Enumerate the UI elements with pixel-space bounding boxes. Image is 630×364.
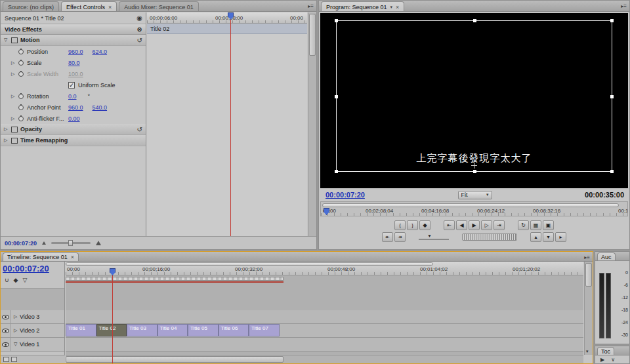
effect-header-motion[interactable]: ▽Motion↺ — [1, 35, 146, 46]
set-marker-button[interactable]: ◆ — [419, 220, 430, 230]
param-value[interactable]: 100.0 — [68, 71, 83, 77]
track-header-video-1[interactable]: ▽Video 1 — [1, 338, 64, 352]
step-forward-button[interactable]: ▷ — [481, 220, 492, 230]
resize-handle[interactable] — [335, 95, 338, 98]
lift-button[interactable]: ▴ — [530, 232, 541, 242]
set-marker-icon[interactable]: ▽ — [23, 277, 28, 283]
track-video-2[interactable]: Title 01Title 02Title 03Title 04Title 05… — [66, 324, 583, 338]
reset-icon[interactable]: ↺ — [137, 37, 142, 44]
clip-title-01[interactable]: Title 01 — [66, 324, 96, 336]
param-value[interactable]: 0.00 — [68, 115, 80, 122]
stopwatch-icon[interactable] — [18, 94, 24, 99]
resize-handle[interactable] — [610, 19, 614, 22]
shuttle-slider[interactable]: ▼ — [419, 233, 449, 241]
close-icon[interactable]: × — [396, 5, 399, 10]
export-frame-button[interactable]: ▸ — [555, 232, 566, 242]
output-settings-button[interactable]: ▣ — [543, 220, 554, 230]
param-value[interactable]: 0.0 — [68, 93, 77, 100]
timeline-horizontal-scrollbar[interactable] — [66, 355, 583, 363]
scrollbar-thumb[interactable] — [309, 14, 316, 56]
resize-handle[interactable] — [473, 19, 476, 22]
param-value[interactable]: 80.0 — [68, 60, 80, 66]
go-to-out-button[interactable]: ⇥ — [494, 220, 505, 230]
jog-wheel[interactable] — [462, 233, 517, 241]
twirl-icon[interactable]: ▷ — [11, 94, 18, 99]
stopwatch-icon[interactable] — [18, 105, 24, 110]
zoom-slider-thumb[interactable] — [68, 240, 73, 246]
set-display-style-icon[interactable] — [3, 357, 9, 362]
resize-handle[interactable] — [610, 170, 614, 173]
param-value[interactable]: 540.0 — [93, 104, 108, 111]
program-video-area[interactable]: 上完字幕後發現字太大了 — [320, 13, 628, 188]
clip-title-04[interactable]: Title 04 — [158, 324, 188, 336]
mini-timeline-ruler[interactable]: 00;00;06;0000;00;08;0000;00 — [147, 12, 307, 24]
zoom-out-icon[interactable] — [42, 241, 46, 245]
more-tools-icon[interactable]: ∨ — [611, 357, 615, 363]
twirl-icon[interactable]: ▷ — [4, 127, 11, 132]
effect-controls-scrollbar[interactable] — [308, 12, 316, 236]
zoom-slider[interactable] — [51, 242, 91, 244]
current-time-indicator[interactable] — [230, 12, 231, 236]
twirl-icon[interactable]: ▷ — [11, 60, 18, 66]
go-to-next-edit-button[interactable]: ↠ — [394, 232, 406, 242]
twirl-icon[interactable]: ▷ — [14, 314, 20, 319]
twirl-icon[interactable]: ▷ — [14, 328, 20, 333]
resize-handle[interactable] — [335, 19, 338, 22]
clip-title-05[interactable]: Title 05 — [188, 324, 219, 336]
resize-handle[interactable] — [473, 170, 476, 173]
clear-effects-icon[interactable]: ⊗ — [137, 26, 142, 33]
clip-title-02[interactable]: Title 02 — [96, 324, 127, 336]
scrollbar-thumb[interactable] — [66, 356, 284, 363]
toggle-track-output[interactable] — [1, 310, 11, 323]
twirl-icon[interactable]: ▽ — [14, 342, 20, 347]
effect-header-opacity[interactable]: ▷Opacity↺ — [1, 124, 146, 135]
current-time-display[interactable]: 00:00:07:20 — [5, 240, 37, 247]
panel-menu-icon[interactable]: ▸≡ — [621, 3, 627, 9]
stopwatch-icon[interactable] — [18, 71, 24, 77]
work-area-bar[interactable] — [66, 277, 284, 281]
close-icon[interactable]: × — [108, 5, 112, 10]
current-time-indicator[interactable] — [112, 275, 113, 363]
timeline-vertical-scrollbar[interactable]: ▾ — [584, 262, 593, 355]
tab-effect-controls[interactable]: Effect Controls× — [61, 1, 117, 11]
zoom-in-icon[interactable] — [96, 241, 101, 245]
chevron-down-icon[interactable]: ▾ — [390, 5, 393, 10]
step-back-button[interactable]: ◀ — [456, 220, 467, 230]
set-in-point-button[interactable]: { — [394, 220, 406, 230]
safe-margins-button[interactable]: ▦ — [530, 220, 541, 230]
snap-icon[interactable]: ∪ — [5, 277, 9, 283]
track-header-video-2[interactable]: ▷Video 2 — [1, 324, 64, 338]
play-button[interactable]: ▶ — [469, 220, 480, 230]
go-to-prev-edit-button[interactable]: ↞ — [382, 232, 393, 242]
loop-button[interactable]: ↻ — [518, 220, 529, 230]
go-to-in-button[interactable]: ⇤ — [444, 220, 455, 230]
show-timeline-view-icon[interactable]: ◉ — [136, 15, 142, 22]
anchor-point-icon[interactable] — [471, 163, 477, 169]
selection-tool-icon[interactable]: ▶ — [600, 357, 604, 363]
resize-handle[interactable] — [335, 170, 338, 173]
scroll-down-icon[interactable]: ▾ — [586, 349, 589, 354]
tab-program-sequence-01[interactable]: Program: Sequence 01 ▾ × — [321, 1, 404, 11]
tab-source-no-clips[interactable]: Source: (no clips) — [3, 1, 59, 11]
set-encore-marker-icon[interactable]: ◆ — [14, 277, 18, 283]
reset-icon[interactable]: ↺ — [137, 126, 142, 133]
program-time-ruler[interactable]: 00;0000;02;08;0400;04;16;0800;06;24;1200… — [320, 201, 628, 216]
twirl-icon[interactable]: ▷ — [4, 138, 11, 143]
twirl-icon[interactable]: ▷ — [11, 71, 18, 77]
param-value[interactable]: 960.0 — [68, 104, 83, 111]
tab-audio-mixer-sequence-01[interactable]: Audio Mixer: Sequence 01 — [119, 1, 199, 11]
close-icon[interactable]: × — [71, 254, 74, 260]
param-value[interactable]: 960.0 — [68, 49, 83, 55]
timeline-ruler[interactable]: 00;0000;00;16;0000;00;32;0000;00;48;0000… — [66, 262, 583, 275]
viewing-area-bar[interactable] — [322, 203, 619, 207]
panel-menu-icon[interactable]: ▸≡ — [308, 3, 314, 9]
extract-button[interactable]: ▾ — [543, 232, 554, 242]
stopwatch-icon[interactable] — [18, 116, 24, 121]
tab-timeline-sequence-01[interactable]: Timeline: Sequence 01 × — [3, 253, 79, 261]
keyframes-toggle-icon[interactable] — [11, 357, 17, 362]
scrollbar-thumb[interactable] — [585, 263, 592, 287]
zoom-level-select[interactable]: Fit ▾ — [458, 191, 492, 199]
stopwatch-icon[interactable] — [18, 49, 24, 54]
twirl-icon[interactable]: ▷ — [11, 116, 18, 121]
track-header-video-3[interactable]: ▷Video 3 — [1, 310, 64, 324]
